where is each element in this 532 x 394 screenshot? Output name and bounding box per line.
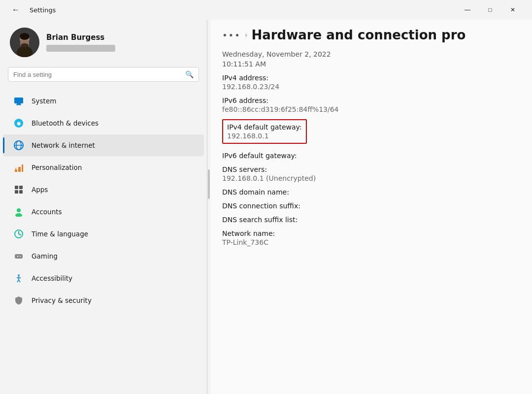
ipv4-gateway-label: IPv4 default gateway: [227,123,302,131]
svg-point-7 [21,43,29,47]
svg-point-4 [20,33,30,40]
svg-point-24 [17,208,21,212]
svg-rect-29 [15,254,23,259]
ipv4-addr-label: IPv4 address: [222,74,520,82]
accounts-icon [13,206,25,218]
ipv6-gateway-row: IPv6 default gateway: [222,152,520,160]
svg-rect-16 [15,169,17,172]
network-icon [13,139,25,151]
svg-point-32 [20,256,21,257]
svg-rect-17 [18,167,21,172]
time-icon [13,228,25,240]
avatar [10,28,39,57]
content-panel: ••• › Hardware and connection pro Wednes… [210,20,532,394]
ipv4-addr-row: IPv4 address: 192.168.0.23/24 [222,74,520,91]
svg-rect-8 [14,98,23,103]
svg-line-19 [15,168,16,169]
back-button[interactable]: ← [8,3,24,16]
gaming-icon [13,250,25,262]
user-profile: Brian Burgess [0,20,207,67]
maximize-button[interactable]: □ [479,2,501,18]
page-title: Hardware and connection pro [251,28,466,42]
sidebar-item-apps[interactable]: Apps [3,179,204,200]
window-controls: — □ ✕ [456,2,524,18]
net-name-label: Network name: [222,230,520,237]
svg-rect-22 [15,190,18,194]
breadcrumb-more[interactable]: ••• [222,30,241,40]
sidebar-item-personalization[interactable]: Personalization [3,157,204,178]
apps-icon [13,184,25,196]
close-button[interactable]: ✕ [501,2,524,18]
minimize-button[interactable]: — [456,2,479,18]
svg-text:⎈: ⎈ [17,120,21,127]
title-bar-left: ← Settings [8,3,56,16]
sidebar-item-label-time: Time & language [32,230,88,238]
sidebar-item-bluetooth[interactable]: ⎈ Bluetooth & devices [3,112,204,134]
user-info: Brian Burgess [46,33,115,52]
svg-rect-10 [16,104,21,105]
ipv6-addr-value: fe80::86cc:d319:6f25:84ff%13/64 [222,105,520,113]
net-name-value: TP-Link_736C [222,238,520,246]
title-bar: ← Settings — □ ✕ [0,0,532,20]
dns-search-label: DNS search suffix list: [222,216,520,224]
nav-menu: System ⎈ Bluetooth & devices Network & i… [0,90,207,312]
sidebar-item-label-accessibility: Accessibility [32,274,72,282]
svg-line-28 [19,234,21,235]
title-bar-title: Settings [30,6,56,14]
sidebar-item-label-system: System [32,97,56,105]
dns-domain-label: DNS domain name: [222,188,520,196]
sidebar-item-label-apps: Apps [32,186,48,194]
app-body: Brian Burgess 🔍 System ⎈ Bluetooth & dev… [0,20,532,394]
ipv4-gateway-box: IPv4 default gateway: 192.168.0.1 [222,119,307,144]
content-body: Wednesday, November 2, 2022 10:11:51 AM … [210,46,532,260]
svg-rect-9 [17,103,21,104]
sidebar-item-system[interactable]: System [3,90,204,112]
search-bar[interactable]: 🔍 [8,67,199,82]
dns-search-row: DNS search suffix list: [222,216,520,224]
bluetooth-icon: ⎈ [13,117,25,129]
privacy-icon [13,295,25,306]
ipv6-gateway-label: IPv6 default gateway: [222,152,520,160]
breadcrumb-arrow: › [245,31,248,39]
svg-rect-21 [19,186,23,189]
ipv4-gateway-value: 192.168.0.1 [227,132,302,140]
personalization-icon [13,162,25,173]
system-icon [13,95,25,107]
sidebar-scrollbar-thumb [208,169,210,199]
dns-servers-label: DNS servers: [222,165,520,173]
ipv6-addr-label: IPv6 address: [222,97,520,104]
dns-suffix-row: DNS connection suffix: [222,202,520,210]
accessibility-icon [13,272,25,284]
svg-line-37 [19,280,20,282]
sidebar-item-accounts[interactable]: Accounts [3,201,204,223]
sidebar-item-accessibility[interactable]: Accessibility [3,267,204,289]
dns-servers-row: DNS servers: 192.168.0.1 (Unencrypted) [222,165,520,182]
sidebar: Brian Burgess 🔍 System ⎈ Bluetooth & dev… [0,20,207,394]
sidebar-item-label-bluetooth: Bluetooth & devices [32,119,99,127]
user-name: Brian Burgess [46,33,115,42]
sidebar-item-label-accounts: Accounts [32,208,62,216]
dns-suffix-label: DNS connection suffix: [222,202,520,210]
timestamp-line1: Wednesday, November 2, 2022 [222,50,520,58]
content-header: ••• › Hardware and connection pro [210,20,532,46]
net-name-row: Network name: TP-Link_736C [222,230,520,246]
sidebar-item-label-privacy: Privacy & security [32,296,92,304]
search-input[interactable] [13,71,181,78]
svg-rect-23 [19,190,23,194]
ipv4-addr-value: 192.168.0.23/24 [222,83,520,91]
svg-point-25 [15,213,22,217]
sidebar-item-privacy[interactable]: Privacy & security [3,290,204,311]
sidebar-item-network[interactable]: Network & internet [3,134,204,156]
ipv6-addr-row: IPv6 address: fe80::86cc:d319:6f25:84ff%… [222,97,520,113]
sidebar-item-label-gaming: Gaming [32,252,58,260]
dns-servers-value: 192.168.0.1 (Unencrypted) [222,174,520,182]
search-icon: 🔍 [185,70,194,78]
sidebar-item-label-network: Network & internet [32,141,95,149]
sidebar-item-gaming[interactable]: Gaming [3,245,204,267]
svg-point-33 [18,274,20,276]
svg-rect-20 [15,186,18,189]
dns-domain-row: DNS domain name: [222,188,520,196]
sidebar-item-time[interactable]: Time & language [3,223,204,245]
user-subtitle [46,45,115,52]
sidebar-item-label-personalization: Personalization [32,164,82,171]
